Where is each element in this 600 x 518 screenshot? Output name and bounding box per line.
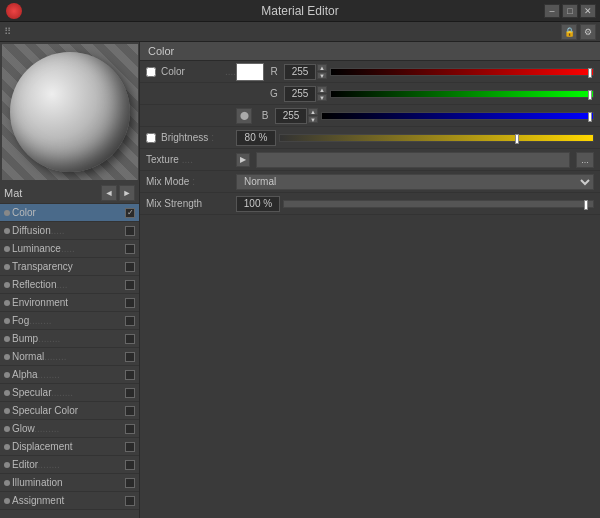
- channel-environment[interactable]: Environment: [0, 294, 139, 312]
- channel-illumination-checkbox[interactable]: [125, 478, 135, 488]
- toolbar-lock-icon[interactable]: 🔒: [561, 24, 577, 40]
- b-slider-thumb: [588, 112, 592, 122]
- b-spin-down[interactable]: ▼: [308, 116, 318, 123]
- channel-dot: [4, 264, 10, 270]
- g-spin-arrows: ▲ ▼: [317, 86, 327, 101]
- channel-diffusion-checkbox[interactable]: [125, 226, 135, 236]
- g-value-input[interactable]: [284, 86, 316, 102]
- channel-illumination[interactable]: Illumination: [0, 474, 139, 492]
- channel-displacement[interactable]: Displacement: [0, 438, 139, 456]
- channel-assignment[interactable]: Assignment: [0, 492, 139, 510]
- channel-reflection-checkbox[interactable]: [125, 280, 135, 290]
- channel-alpha-checkbox[interactable]: [125, 370, 135, 380]
- close-button[interactable]: ✕: [580, 4, 596, 18]
- texture-play-button[interactable]: ▶: [236, 153, 250, 167]
- channel-luminance[interactable]: Luminance.....: [0, 240, 139, 258]
- empty-area: [140, 215, 600, 518]
- channel-fog[interactable]: Fog........: [0, 312, 139, 330]
- color-controls: R ▲ ▼: [236, 63, 594, 81]
- channel-specular-color-checkbox[interactable]: [125, 406, 135, 416]
- channel-editor[interactable]: Editor........: [0, 456, 139, 474]
- mat-row: Mat ◄ ►: [0, 182, 139, 204]
- channel-dot: [4, 390, 10, 396]
- brightness-label: Brightness :: [146, 132, 236, 143]
- channel-dot: [4, 282, 10, 288]
- r-slider[interactable]: [330, 68, 594, 76]
- channel-dot: [4, 246, 10, 252]
- mat-nav-next[interactable]: ►: [119, 185, 135, 201]
- g-property-row: G ▲ ▼: [140, 83, 600, 105]
- channel-specular-checkbox[interactable]: [125, 388, 135, 398]
- brightness-value-input[interactable]: [236, 130, 276, 146]
- channel-transparency[interactable]: Transparency: [0, 258, 139, 276]
- channel-transparency-checkbox[interactable]: [125, 262, 135, 272]
- color-swatch[interactable]: [236, 63, 264, 81]
- toolbar-gear-icon[interactable]: ⚙: [580, 24, 596, 40]
- channel-glow[interactable]: Glow.........: [0, 420, 139, 438]
- channel-environment-checkbox[interactable]: [125, 298, 135, 308]
- channel-dot: [4, 336, 10, 342]
- b-property-row: ⬤ B ▲ ▼: [140, 105, 600, 127]
- channel-normal[interactable]: Normal........: [0, 348, 139, 366]
- main-layout: Mat ◄ ► Color Diffusion..... Luminance..…: [0, 42, 600, 518]
- channel-assignment-checkbox[interactable]: [125, 496, 135, 506]
- channel-specular-color[interactable]: Specular Color: [0, 402, 139, 420]
- channel-fog-checkbox[interactable]: [125, 316, 135, 326]
- r-value-input[interactable]: [284, 64, 316, 80]
- g-slider-thumb: [588, 90, 592, 100]
- g-spin: ▲ ▼: [284, 86, 327, 102]
- brightness-checkbox[interactable]: [146, 133, 156, 143]
- channel-dot: [4, 372, 10, 378]
- window-controls: – □ ✕: [544, 4, 596, 18]
- channel-bump[interactable]: Bump........: [0, 330, 139, 348]
- b-spin: ▲ ▼: [275, 108, 318, 124]
- brightness-thumb: [515, 134, 519, 144]
- channel-dot: [4, 480, 10, 486]
- channel-luminance-checkbox[interactable]: [125, 244, 135, 254]
- channel-bump-checkbox[interactable]: [125, 334, 135, 344]
- b-slider[interactable]: [321, 112, 594, 120]
- texture-field[interactable]: [256, 152, 570, 168]
- channel-color-checkbox[interactable]: [125, 208, 135, 218]
- preview-area[interactable]: [2, 44, 138, 180]
- channel-alpha[interactable]: Alpha........: [0, 366, 139, 384]
- channel-specular[interactable]: Specular........: [0, 384, 139, 402]
- color-picker-icon[interactable]: ⬤: [236, 108, 252, 124]
- b-value-input[interactable]: [275, 108, 307, 124]
- channel-glow-checkbox[interactable]: [125, 424, 135, 434]
- color-property-row: Color .... R ▲ ▼: [140, 61, 600, 83]
- r-spin-arrows: ▲ ▼: [317, 64, 327, 79]
- channel-dot: [4, 354, 10, 360]
- texture-more-button[interactable]: ...: [576, 152, 594, 168]
- brightness-slider[interactable]: [279, 134, 594, 142]
- color-enable-checkbox[interactable]: [146, 67, 156, 77]
- channel-color[interactable]: Color: [0, 204, 139, 222]
- channel-reflection[interactable]: Reflection....: [0, 276, 139, 294]
- mix-strength-input[interactable]: [236, 196, 280, 212]
- channel-normal-checkbox[interactable]: [125, 352, 135, 362]
- b-controls: ⬤ B ▲ ▼: [236, 108, 594, 124]
- channel-dot: [4, 498, 10, 504]
- mix-mode-row: Mix Mode : Normal Multiply Screen: [140, 171, 600, 193]
- mat-label: Mat: [4, 187, 101, 199]
- g-slider[interactable]: [330, 90, 594, 98]
- toolbar-handle: ⠿: [4, 26, 11, 37]
- r-spin-up[interactable]: ▲: [317, 64, 327, 71]
- maximize-button[interactable]: □: [562, 4, 578, 18]
- r-slider-thumb: [588, 68, 592, 78]
- mix-strength-slider[interactable]: [283, 200, 594, 208]
- g-spin-down[interactable]: ▼: [317, 94, 327, 101]
- mix-mode-select[interactable]: Normal Multiply Screen: [236, 174, 594, 190]
- channel-editor-checkbox[interactable]: [125, 460, 135, 470]
- mix-strength-thumb: [584, 200, 588, 210]
- b-spin-up[interactable]: ▲: [308, 108, 318, 115]
- r-spin-down[interactable]: ▼: [317, 72, 327, 79]
- mat-nav-prev[interactable]: ◄: [101, 185, 117, 201]
- channel-dot: [4, 228, 10, 234]
- channel-displacement-checkbox[interactable]: [125, 442, 135, 452]
- g-label: G: [267, 88, 281, 99]
- g-spin-up[interactable]: ▲: [317, 86, 327, 93]
- channel-diffusion[interactable]: Diffusion.....: [0, 222, 139, 240]
- app-icon: [6, 3, 22, 19]
- minimize-button[interactable]: –: [544, 4, 560, 18]
